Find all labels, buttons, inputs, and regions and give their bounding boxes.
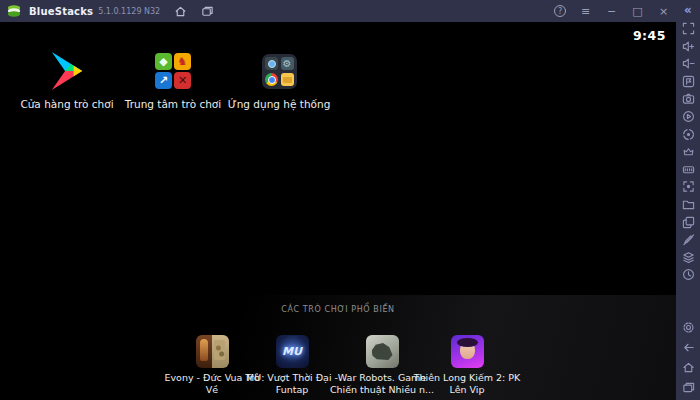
android-screen: 9:45 Cửa hàng trò chơi [0,22,676,400]
close-icon[interactable]: × [657,6,670,17]
cross-icon: ✕ [174,72,191,89]
evony-king-art [196,335,213,368]
game-thien-long-kiem[interactable]: Thiên Long Kiếm 2: PK Lên Vip [412,335,522,396]
home-tab-icon[interactable] [174,5,187,18]
app-label: Cửa hàng trò chơi [20,98,113,110]
war-robots-icon[interactable] [366,335,399,368]
new-tab-icon[interactable] [201,5,214,18]
eco-mode-crown-icon[interactable] [682,145,695,158]
toolbar-sidebar: « [676,0,700,400]
app-play-store[interactable]: Cửa hàng trò chơi [14,50,120,110]
diamond-icon: ◆ [155,53,172,70]
help-icon[interactable]: ? [554,5,566,17]
folder-tile: ⚙ [262,54,297,89]
rocket-icon: ↗ [155,72,172,89]
evony-icon[interactable] [196,335,229,368]
thien-long-kiem-icon[interactable] [451,335,484,368]
volume-up-icon[interactable] [682,40,695,53]
recent-apps-icon[interactable] [682,381,695,394]
home-icon[interactable] [682,361,695,374]
media-manager-folder-icon[interactable] [682,198,695,211]
title-bar: BlueStacks 5.1.0.1129 N32 ? ≡ − □ × [0,0,676,22]
mu-logo-text: MU [282,345,302,358]
app-game-center[interactable]: ◆ ♞ ↗ ✕ Trung tâm trò chơi [120,50,226,110]
volume-down-icon[interactable] [682,57,695,70]
location-flag-icon[interactable] [682,75,695,88]
app-label: Trung tâm trò chơi [125,98,221,110]
app-system-folder[interactable]: ⚙ Ứng dụng hệ thống [226,50,332,110]
sidebar-nav [682,321,695,394]
maximize-icon[interactable]: □ [631,6,644,17]
multi-instance-icon[interactable] [682,216,695,229]
bluestacks-logo-icon [6,3,22,19]
chrome-app-icon [265,73,278,86]
files-app-icon [281,73,294,86]
camera-app-icon [265,57,278,70]
settings-app-icon: ⚙ [281,57,294,70]
sidebar-tools [682,22,695,281]
menu-icon[interactable]: ≡ [579,6,592,17]
app-version: 5.1.0.1129 N32 [98,7,160,16]
status-clock: 9:45 [633,28,666,43]
pen-disabled-icon[interactable] [682,233,695,246]
macro-recorder-icon[interactable] [682,110,695,123]
screenshot-camera-icon[interactable] [682,92,695,105]
minimize-icon[interactable]: − [605,6,618,17]
titlebar-controls: ? ≡ − □ × [554,5,670,17]
popular-games-heading: CÁC TRÒ CHƠI PHỔ BIẾN [0,305,676,314]
sync-target-icon[interactable] [682,128,695,141]
app-title: BlueStacks [29,6,93,17]
back-icon[interactable] [682,341,695,354]
fullscreen-icon[interactable] [682,22,695,35]
evony-map-art [212,335,229,368]
game-center-grid: ◆ ♞ ↗ ✕ [155,53,191,89]
mu-icon[interactable]: MU [276,335,309,368]
collapse-sidebar-icon[interactable]: « [684,3,692,17]
clock-icon[interactable] [682,268,695,281]
knight-icon: ♞ [174,53,191,70]
app-label: Ứng dụng hệ thống [228,98,331,110]
home-apps-row: Cửa hàng trò chơi ◆ ♞ ↗ ✕ Trung tâm trò … [14,50,332,110]
play-store-icon[interactable] [48,50,86,92]
shake-region-icon[interactable] [682,180,695,193]
settings-gear-icon[interactable] [682,321,695,334]
layers-icon[interactable] [682,251,695,264]
bluestacks-window: BlueStacks 5.1.0.1129 N32 ? ≡ − □ × [0,0,700,400]
main-column: BlueStacks 5.1.0.1129 N32 ? ≡ − □ × [0,0,676,400]
game-controls-icon[interactable] [682,163,695,176]
system-apps-folder-icon[interactable]: ⚙ [262,50,297,92]
game-center-icon[interactable]: ◆ ♞ ↗ ✕ [155,50,191,92]
game-label: Thiên Long Kiếm 2: PK Lên Vip [412,372,522,396]
